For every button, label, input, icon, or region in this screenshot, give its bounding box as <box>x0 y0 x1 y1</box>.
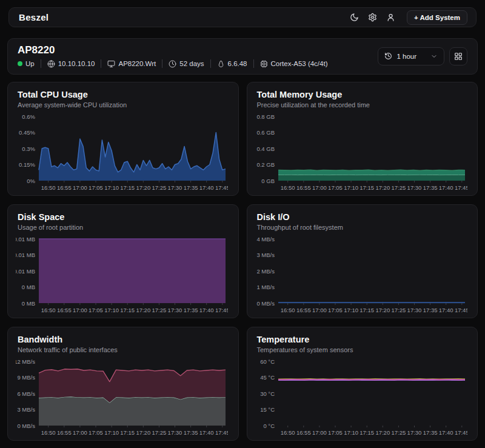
system-header: AP8220 Up 10.10.10.10 AP8220.Wrt <box>7 38 478 75</box>
svg-text:17:05: 17:05 <box>328 307 343 313</box>
svg-text:0.01 MB: 0.01 MB <box>16 252 35 258</box>
system-meta-row: Up 10.10.10.10 AP8220.Wrt <box>18 59 327 68</box>
history-clock-icon <box>384 52 392 60</box>
svg-text:0 MB/s: 0 MB/s <box>17 423 35 429</box>
svg-text:0.2 GB: 0.2 GB <box>256 161 275 168</box>
disk-io-plot[interactable]: 0 MB/s1 MB/s2 MB/s3 MB/s4 MB/s16:5016:55… <box>255 235 467 316</box>
svg-text:17:40: 17:40 <box>438 429 453 436</box>
svg-text:17:20: 17:20 <box>375 429 390 436</box>
ip-address: 10.10.10.10 <box>58 60 95 67</box>
chart-card-disk-space: Disk Space Usage of root partition 0 MB0… <box>7 204 239 318</box>
chart-card-cpu: Total CPU Usage Average system-wide CPU … <box>7 82 239 196</box>
moon-icon[interactable] <box>350 13 359 22</box>
chart-subtitle: Usage of root partition <box>18 224 229 231</box>
chart-subtitle: Temperatures of system sensors <box>257 346 468 353</box>
chevron-down-icon <box>430 53 438 60</box>
svg-text:16:50: 16:50 <box>41 307 56 313</box>
svg-text:16:55: 16:55 <box>296 429 310 436</box>
charts-grid: Total CPU Usage Average system-wide CPU … <box>7 82 478 441</box>
svg-text:17:35: 17:35 <box>423 429 437 436</box>
svg-text:17:00: 17:00 <box>73 429 87 436</box>
brand-logo[interactable]: Beszel <box>19 12 48 22</box>
chart-title: Total CPU Usage <box>18 90 229 99</box>
svg-text:17:40: 17:40 <box>199 184 214 191</box>
grid-layout-button[interactable] <box>449 47 467 65</box>
svg-text:17:10: 17:10 <box>104 184 119 191</box>
add-system-button[interactable]: + Add System <box>407 10 467 25</box>
svg-text:0.6%: 0.6% <box>22 113 35 120</box>
hostname: AP8220.Wrt <box>118 60 156 67</box>
svg-text:17:45: 17:45 <box>215 307 228 313</box>
svg-text:17:15: 17:15 <box>120 307 135 313</box>
svg-text:17:15: 17:15 <box>360 184 374 191</box>
svg-text:17:30: 17:30 <box>407 184 421 191</box>
meta-divider <box>101 59 101 68</box>
svg-text:17:35: 17:35 <box>423 307 437 313</box>
chart-title: Disk I/O <box>257 212 468 222</box>
svg-text:17:20: 17:20 <box>375 307 390 313</box>
chart-title: Bandwidth <box>18 335 229 344</box>
svg-text:0%: 0% <box>27 178 35 184</box>
system-header-actions: 1 hour <box>378 47 467 65</box>
chart-title: Temperature <box>257 335 468 344</box>
svg-text:17:15: 17:15 <box>120 429 135 436</box>
svg-text:17:30: 17:30 <box>168 184 182 191</box>
svg-text:17:25: 17:25 <box>391 307 406 313</box>
disk-space-plot[interactable]: 0 MB0 MB0.01 MB0.01 MB0.01 MB16:5016:551… <box>16 235 228 316</box>
uptime: 52 days <box>179 60 204 67</box>
cpu-usage-plot[interactable]: 0%0.15%0.3%0.45%0.6%16:5016:5517:0017:05… <box>16 113 228 194</box>
svg-text:0 MB: 0 MB <box>22 284 35 290</box>
time-range-select[interactable]: 1 hour <box>378 47 444 65</box>
uptime-item: 52 days <box>169 60 204 68</box>
temperature-plot[interactable]: 0 °C15 °C30 °C45 °C60 °C16:5016:5517:001… <box>255 358 467 439</box>
svg-text:6 MB/s: 6 MB/s <box>17 390 35 397</box>
svg-text:16:55: 16:55 <box>57 429 72 436</box>
svg-text:17:35: 17:35 <box>184 429 198 436</box>
svg-text:0 GB: 0 GB <box>261 178 275 184</box>
svg-text:17:10: 17:10 <box>104 429 119 436</box>
svg-text:17:00: 17:00 <box>312 184 327 191</box>
chart-card-bandwidth: Bandwidth Network traffic of public inte… <box>7 327 239 441</box>
user-icon[interactable] <box>386 13 395 22</box>
svg-text:0 °C: 0 °C <box>263 423 275 429</box>
system-info: AP8220 Up 10.10.10.10 AP8220.Wrt <box>18 44 327 68</box>
bandwidth-plot[interactable]: 0 MB/s3 MB/s6 MB/s9 MB/s12 MB/s16:5016:5… <box>16 358 228 439</box>
svg-text:17:00: 17:00 <box>73 184 87 191</box>
svg-text:17:10: 17:10 <box>344 307 358 313</box>
svg-text:17:05: 17:05 <box>89 184 103 191</box>
svg-text:0.3%: 0.3% <box>22 145 35 152</box>
svg-text:17:05: 17:05 <box>89 307 103 313</box>
svg-text:16:55: 16:55 <box>296 307 310 313</box>
hostname-item: AP8220.Wrt <box>107 60 156 68</box>
svg-text:0.45%: 0.45% <box>19 129 35 136</box>
ip-item: 10.10.10.10 <box>47 60 95 68</box>
chart-subtitle: Network traffic of public interfaces <box>18 346 229 353</box>
svg-text:17:45: 17:45 <box>215 429 228 436</box>
monitor-icon <box>107 60 115 68</box>
svg-text:16:50: 16:50 <box>280 307 295 313</box>
svg-text:17:15: 17:15 <box>360 429 374 436</box>
svg-text:3 MB/s: 3 MB/s <box>256 252 275 258</box>
globe-icon <box>47 60 55 68</box>
meta-divider <box>41 59 41 68</box>
svg-text:2 MB/s: 2 MB/s <box>256 268 275 275</box>
kernel-version: 6.6.48 <box>228 60 247 67</box>
memory-usage-plot[interactable]: 0 GB0.2 GB0.4 GB0.6 GB0.8 GB16:5016:5517… <box>255 113 467 194</box>
gear-icon[interactable] <box>368 13 377 22</box>
status-label: Up <box>25 60 35 67</box>
svg-text:16:55: 16:55 <box>296 184 310 191</box>
svg-text:4 MB/s: 4 MB/s <box>256 236 275 242</box>
svg-text:0.6 GB: 0.6 GB <box>256 129 275 136</box>
svg-text:17:35: 17:35 <box>184 184 198 191</box>
svg-text:17:05: 17:05 <box>328 184 343 191</box>
system-name: AP8220 <box>18 44 327 56</box>
svg-text:16:55: 16:55 <box>57 184 72 191</box>
svg-text:17:20: 17:20 <box>136 184 150 191</box>
navbar: Beszel + Add System <box>8 7 477 27</box>
svg-text:17:10: 17:10 <box>104 307 119 313</box>
svg-text:17:05: 17:05 <box>328 429 343 436</box>
svg-text:17:25: 17:25 <box>152 429 167 436</box>
svg-text:17:45: 17:45 <box>215 184 228 191</box>
cpu-chip-icon <box>260 60 268 68</box>
cpu-model: Cortex-A53 (4c/4t) <box>271 60 328 67</box>
